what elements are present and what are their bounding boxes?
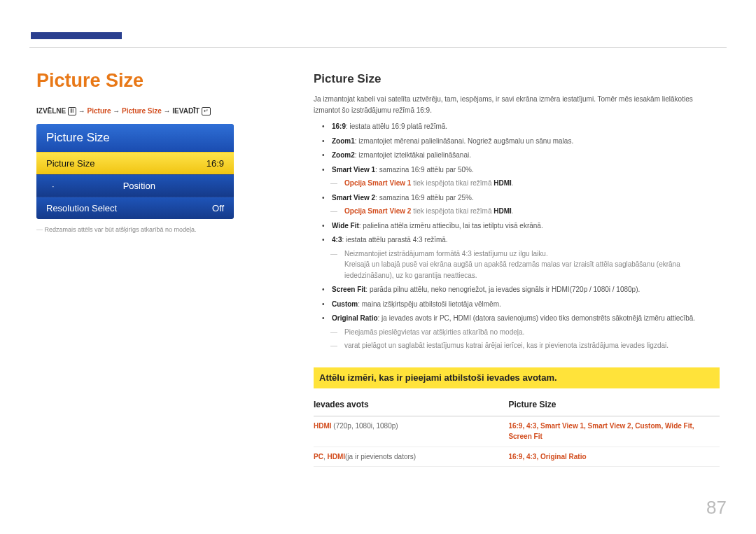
note: Opcija Smart View 1 tiek iespējota tikai… [333,178,720,189]
highlight-bar: Attēlu izmēri, kas ir pieejami atbilstoš… [314,367,720,388]
intro-paragraph: Ja izmantojat kabeli vai satelīta uztvēr… [314,94,720,115]
header-accent [31,32,122,39]
menu-icon: Ⅲ [68,107,76,115]
enter-icon: ↵ [202,107,211,115]
list-item: 4:3: iestata attēlu parastā 4:3 režīmā. … [332,234,720,281]
list-item: Smart View 2: samazina 16:9 attēlu par 2… [332,192,720,217]
section-title-left: Picture Size [36,70,239,92]
osd-header: Picture Size [36,124,234,152]
note: Neizmantojiet izstrādājumam formātā 4:3 … [333,248,720,281]
breadcrumb-step2: Picture Size [122,107,162,115]
breadcrumb-step1: Picture [88,107,111,115]
breadcrumb-enter-label: IEVADĪT [172,107,200,115]
list-item: 16:9: iestata attēlu 16:9 platā režīmā. [332,121,720,132]
note: varat pielāgot un saglabāt iestatījumus … [333,340,720,351]
osd-row-value: 16:9 [206,158,224,169]
breadcrumb-menu-label: IZVĒLNE [36,107,66,115]
table-header-source: Ievades avots [314,395,508,416]
list-item: Smart View 1: samazina 16:9 attēlu par 5… [332,164,720,189]
breadcrumb-arrow: → [113,107,120,115]
note: Pieejamās pieslēgvietas var atšķirties a… [333,327,720,338]
breadcrumb: IZVĒLNE Ⅲ → Picture → Picture Size → IEV… [36,107,239,115]
list-item: Wide Fit: palielina attēla izmēru attiec… [332,220,720,232]
page-number: 87 [706,497,727,519]
list-item: Zoom2: izmantojiet izteiktākai palielinā… [332,150,720,161]
osd-panel: Picture Size Picture Size16:9PositionRes… [36,124,234,219]
breadcrumb-arrow: → [164,107,171,115]
list-item: Original Ratio: ja ievades avots ir PC, … [332,313,720,351]
breadcrumb-arrow: → [78,107,85,115]
osd-row-value: Off [212,203,224,213]
list-item: Zoom1: izmantojiet mērenai palielināšana… [332,136,720,147]
osd-row-position[interactable]: Position [36,174,234,197]
table-header-size: Picture Size [508,395,720,416]
osd-row-label: Resolution Select [46,203,117,213]
table-row: HDMI (720p, 1080i, 1080p) 16:9, 4:3, Sma… [314,416,720,447]
list-item: Custom: maina izšķirtspēju atbilstoši li… [332,299,720,310]
subsection-title: Picture Size [314,70,720,88]
osd-row-label: Position [123,181,155,191]
options-list: 16:9: iestata attēlu 16:9 platā režīmā. … [314,121,720,351]
header-divider [29,47,727,48]
list-item: Screen Fit: parāda pilnu attēlu, neko ne… [332,284,720,295]
osd-footnote: Redzamais attēls var būt atšķirīgs atkar… [36,226,239,233]
table-row: PC, HDMI(ja ir pievienots dators) 16:9, … [314,447,720,467]
note: Opcija Smart View 2 tiek iespējota tikai… [333,206,720,217]
osd-row-picture-size[interactable]: Picture Size16:9 [36,152,234,174]
source-size-table: Ievades avots Picture Size HDMI (720p, 1… [314,395,720,467]
osd-row-label: Picture Size [46,158,94,169]
osd-row-resolution-select[interactable]: Resolution SelectOff [36,197,234,219]
